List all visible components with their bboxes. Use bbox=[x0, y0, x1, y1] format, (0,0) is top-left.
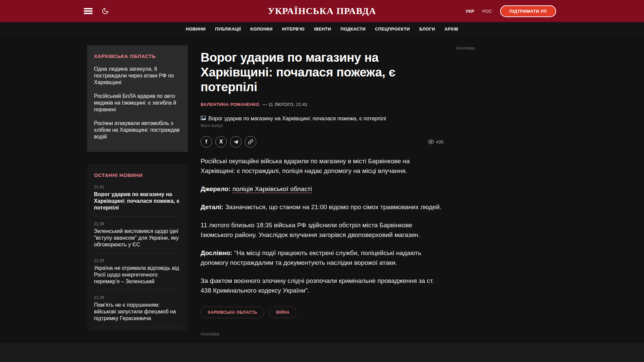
lang-ros[interactable]: РОС bbox=[482, 9, 492, 14]
source-link[interactable]: поліція Харківської області bbox=[232, 185, 312, 193]
paragraph: Дослівно:"На місці події працюють екстре… bbox=[201, 248, 443, 267]
list-item[interactable]: Одна людина загинула, 6 постраждали чере… bbox=[94, 66, 181, 86]
news-timestamp: 21:29 bbox=[94, 258, 181, 263]
share-row: f X 435 bbox=[201, 136, 443, 147]
paragraph: 11 лютого близько 18:35 війська РФ здійс… bbox=[201, 220, 443, 240]
x-icon: X bbox=[219, 139, 223, 145]
list-item[interactable]: Росіяни атакували автомобіль з хлібом на… bbox=[94, 120, 181, 140]
view-counter: 435 bbox=[428, 139, 443, 145]
nav-item-kolonky[interactable]: КОЛОНКИ bbox=[250, 26, 272, 32]
article-image-broken: Ворог ударив по магазину на Харківщині: … bbox=[201, 116, 443, 122]
news-timestamp: 21:29 bbox=[94, 295, 181, 300]
list-item[interactable]: 21:29 Пам'ять не є порушенням: військові… bbox=[94, 290, 181, 322]
link-icon bbox=[248, 139, 253, 144]
moon-icon bbox=[102, 7, 109, 15]
support-button[interactable]: ПІДТРИМАТИ УП bbox=[500, 5, 556, 17]
article: Ворог ударив по магазину на Харківщині: … bbox=[201, 50, 443, 336]
region-news-block: ХАРКІВСЬКА ОБЛАСТЬ Одна людина загинула,… bbox=[87, 45, 188, 152]
news-title: Україна не отримала відповідь від Росії … bbox=[94, 265, 181, 285]
paragraph: Деталі:Зазначається, що станом на 21:00 … bbox=[201, 202, 443, 212]
list-item[interactable]: 21:29 Україна не отримала відповідь від … bbox=[94, 253, 181, 285]
article-body: Російські окупаційні війська вдарили по … bbox=[201, 156, 443, 295]
author-link[interactable]: ВАЛЕНТИНА РОМАНЕНКО bbox=[201, 102, 259, 107]
nav-item-iventy[interactable]: ІВЕНТИ bbox=[314, 26, 331, 32]
telegram-share-button[interactable] bbox=[230, 136, 241, 147]
tag-viina[interactable]: ВІЙНА bbox=[269, 307, 297, 318]
nav-item-intervyu[interactable]: ІНТЕРВ'Ю bbox=[282, 26, 305, 32]
source-label: Джерело: bbox=[201, 185, 230, 192]
list-item[interactable]: 21:39 Зеленський висловився щодо ідеї "в… bbox=[94, 216, 181, 248]
tag-kharkiv-oblast[interactable]: ХАРКІВСЬКА ОБЛАСТЬ bbox=[201, 307, 264, 318]
news-title: Зеленський висловився щодо ідеї "вступу … bbox=[94, 228, 181, 248]
image-caption: Фото поліції bbox=[201, 123, 443, 128]
view-count: 435 bbox=[436, 139, 443, 144]
byline: ВАЛЕНТИНА РОМАНЕНКО — 11 ЛЮТОГО, 21:41 bbox=[201, 102, 443, 107]
nav-item-podkasty[interactable]: ПОДКАСТИ bbox=[340, 26, 366, 32]
nav-item-novyny[interactable]: НОВИНИ bbox=[186, 26, 206, 32]
nav-item-arkhiv[interactable]: АРХІВ bbox=[444, 26, 458, 32]
nav-item-blohy[interactable]: БЛОГИ bbox=[419, 26, 435, 32]
header-left-group bbox=[84, 0, 109, 22]
facebook-share-button[interactable]: f bbox=[201, 136, 212, 147]
news-timestamp: 21:39 bbox=[94, 222, 181, 226]
ad-label-right: РЕКЛАМА: bbox=[456, 46, 476, 50]
x-share-button[interactable]: X bbox=[215, 136, 227, 147]
main-nav: НОВИНИ ПУБЛІКАЦІЇ КОЛОНКИ ІНТЕРВ'Ю ІВЕНТ… bbox=[0, 22, 644, 36]
ad-label-bottom: РЕКЛАМА: bbox=[201, 332, 443, 336]
nav-item-spetsproekty[interactable]: СПЕЦПРОЄКТИ bbox=[375, 26, 410, 32]
image-alt-text: Ворог ударив по магазину на Харківщині: … bbox=[208, 116, 386, 122]
menu-icon[interactable] bbox=[84, 8, 93, 14]
telegram-icon bbox=[233, 139, 239, 145]
broken-image-icon bbox=[201, 116, 207, 121]
tag-list: ХАРКІВСЬКА ОБЛАСТЬ ВІЙНА bbox=[201, 307, 443, 318]
list-item[interactable]: 21:41 Ворог ударив по магазину на Харків… bbox=[94, 185, 181, 211]
news-timestamp: 21:41 bbox=[94, 185, 181, 189]
paragraph: Російські окупаційні війська вдарили по … bbox=[201, 156, 443, 176]
facebook-icon: f bbox=[205, 139, 207, 145]
eye-icon bbox=[428, 139, 434, 145]
lang-ukr[interactable]: УКР bbox=[466, 9, 474, 14]
paragraph: За фактом воєнного злочину слідчі розпоч… bbox=[201, 276, 443, 295]
latest-news-block: ОСТАННІ НОВИНИ 21:41 Ворог ударив по маг… bbox=[87, 164, 188, 331]
page-title: Ворог ударив по магазину на Харківщині: … bbox=[201, 50, 443, 95]
region-block-title[interactable]: ХАРКІВСЬКА ОБЛАСТЬ bbox=[94, 53, 181, 59]
list-item[interactable]: 21:28 Одна людина загинула, 6 постраждал… bbox=[94, 327, 181, 331]
copy-link-button[interactable] bbox=[245, 136, 256, 147]
list-item[interactable]: Російський БпЛА вдарив по авто медиків н… bbox=[94, 93, 181, 113]
site-header: УКРАЇНСЬКА ПРАВДА УКР РОС ПІДТРИМАТИ УП bbox=[0, 0, 644, 22]
news-title: Ворог ударив по магазину на Харківщині: … bbox=[94, 191, 181, 211]
nav-item-publikatsii[interactable]: ПУБЛІКАЦІЇ bbox=[215, 26, 241, 32]
dark-mode-toggle[interactable] bbox=[101, 7, 109, 15]
footer-band bbox=[0, 343, 644, 362]
share-icons: f X bbox=[201, 136, 256, 147]
latest-block-title[interactable]: ОСТАННІ НОВИНИ bbox=[94, 172, 181, 178]
publish-date: — 11 ЛЮТОГО, 21:41 bbox=[263, 102, 308, 107]
header-right-group: УКР РОС ПІДТРИМАТИ УП bbox=[466, 0, 556, 22]
paragraph: Джерело:поліція Харківської області bbox=[201, 184, 443, 194]
news-title: Пам'ять не є порушенням: військові запус… bbox=[94, 302, 181, 322]
